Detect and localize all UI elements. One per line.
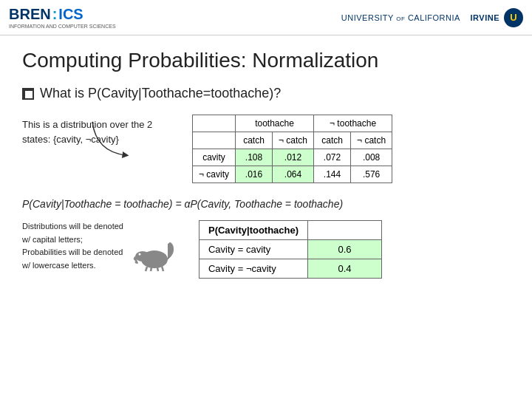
col-header-neg-toothache: ¬ toothache xyxy=(314,115,392,132)
result-label-neg-cavity: Cavity = ¬cavity xyxy=(199,259,307,279)
svg-rect-0 xyxy=(24,90,33,99)
result-table-header: P(Cavity|toothache) xyxy=(199,221,307,240)
svg-line-5 xyxy=(157,267,158,271)
cell-cavity-catch-negtooth: .072 xyxy=(314,149,351,166)
result-value-cavity: 0.6 xyxy=(308,240,382,259)
checkbox-icon xyxy=(22,88,34,100)
bren-text: BREN xyxy=(9,6,51,23)
question-row: What is P(Cavity|Toothache=toothache)? xyxy=(22,86,510,101)
table-row-cavity: cavity .108 .012 .072 .008 xyxy=(193,149,392,166)
result-row-cavity: Cavity = cavity 0.6 xyxy=(199,240,381,259)
header: BREN : ICS INFORMATION AND COMPUTER SCIE… xyxy=(0,0,532,35)
uci-seal: U xyxy=(504,8,523,27)
question-text: What is P(Cavity|Toothache=toothache)? xyxy=(40,86,281,101)
bottom-section: Distributions will be denoted w/ capital… xyxy=(22,220,510,279)
anteater-icon xyxy=(132,231,177,272)
result-table: P(Cavity|toothache) Cavity = cavity 0.6 … xyxy=(199,220,382,279)
cell-cavity-negcatch-tooth: .012 xyxy=(273,149,314,166)
sub-col-neg-catch1: ¬ catch xyxy=(273,132,314,149)
sub-col-catch2: catch xyxy=(314,132,351,149)
uci-logo: UNIVERSITY of CALIFORNIA IRVINE U xyxy=(341,8,523,27)
cell-cavity-catch-tooth: .108 xyxy=(236,149,273,166)
formula-section: P(Cavity|Toothache = toothache) = αP(Cav… xyxy=(22,194,510,214)
result-table-container: P(Cavity|toothache) Cavity = cavity 0.6 … xyxy=(199,220,382,279)
cell-negcavity-catch-negtooth: .144 xyxy=(314,166,351,183)
svg-line-6 xyxy=(162,266,163,271)
table-row-neg-cavity: ¬ cavity .016 .064 .144 .576 xyxy=(193,166,392,183)
notes-section: Distributions will be denoted w/ capital… xyxy=(22,220,177,272)
ics-text: ICS xyxy=(58,6,83,23)
notes-text: Distributions will be denoted w/ capital… xyxy=(22,220,123,272)
result-label-cavity: Cavity = cavity xyxy=(199,240,307,259)
formula-text: P(Cavity|Toothache = toothache) = αP(Cav… xyxy=(22,198,343,210)
sub-col-neg-catch2: ¬ catch xyxy=(351,132,392,149)
uci-text: UNIVERSITY of CALIFORNIA IRVINE xyxy=(341,13,499,22)
svg-line-4 xyxy=(151,267,151,271)
cell-negcavity-catch-tooth: .016 xyxy=(236,166,273,183)
col-header-toothache: toothache xyxy=(236,115,314,132)
cell-cavity-negcatch-negtooth: .008 xyxy=(351,149,392,166)
cell-negcavity-negcatch-negtooth: .576 xyxy=(351,166,392,183)
sub-col-catch1: catch xyxy=(236,132,273,149)
result-value-neg-cavity: 0.4 xyxy=(308,259,382,279)
probability-table: toothache ¬ toothache catch ¬ catch catc… xyxy=(192,115,392,183)
curved-arrow xyxy=(89,115,148,166)
page-title: Computing Probabilities: Normalization xyxy=(22,49,510,72)
colon-separator: : xyxy=(52,6,58,23)
bren-ics-logo: BREN : ICS INFORMATION AND COMPUTER SCIE… xyxy=(9,6,116,29)
logo-subtitle: INFORMATION AND COMPUTER SCIENCES xyxy=(9,24,116,29)
result-row-neg-cavity: Cavity = ¬cavity 0.4 xyxy=(199,259,381,279)
row-label-neg-cavity: ¬ cavity xyxy=(193,166,236,183)
row-label-cavity: cavity xyxy=(193,149,236,166)
svg-point-7 xyxy=(138,253,140,256)
main-content: Computing Probabilities: Normalization W… xyxy=(0,35,532,286)
svg-point-2 xyxy=(135,251,150,262)
cell-negcavity-negcatch-tooth: .064 xyxy=(273,166,314,183)
svg-line-3 xyxy=(146,267,147,271)
middle-section: This is a distribution over the 2 states… xyxy=(22,115,510,183)
probability-table-container: toothache ¬ toothache catch ¬ catch catc… xyxy=(192,115,392,183)
